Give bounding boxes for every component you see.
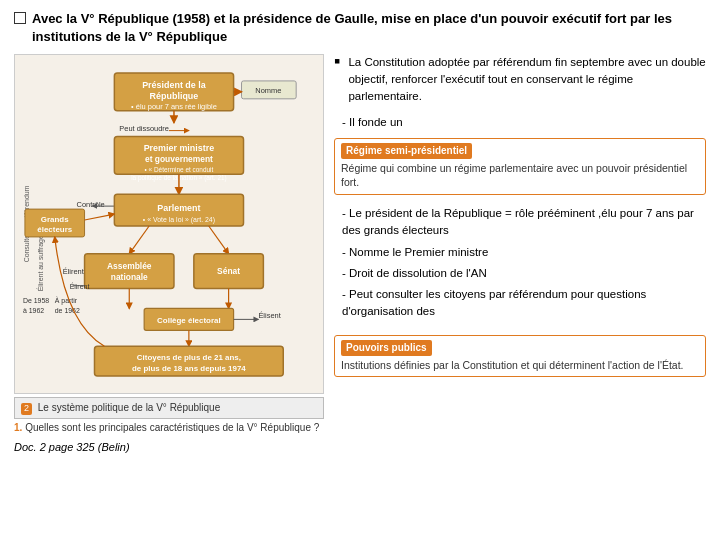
doc-label: Doc. 2 page 325 (Belin) <box>14 441 324 453</box>
regime-label: Régime semi-présidentiel <box>341 143 472 159</box>
bullet-4: - Droit de dissolution de l'AN <box>342 265 706 282</box>
diagram-container: Consulte par référendum Élirent au suffr… <box>14 54 324 394</box>
question-number: 1. <box>14 422 22 433</box>
svg-text:• élu pour 7 ans rée ligible: • élu pour 7 ans rée ligible <box>131 102 217 111</box>
regime-box: Régime semi-présidentiel Régime qui comb… <box>334 138 706 195</box>
svg-text:Collège électoral: Collège électoral <box>157 317 221 326</box>
svg-text:de plus de 18 ans depuis 1974: de plus de 18 ans depuis 1974 <box>132 364 246 373</box>
regime-desc: Régime qui combine un régime parlementai… <box>341 162 687 189</box>
svg-text:électeurs: électeurs <box>37 225 72 234</box>
regime-title: Régime semi-présidentiel <box>341 143 699 159</box>
svg-text:Parlement: Parlement <box>157 203 200 213</box>
question-box: 1. Quelles sont les principales caractér… <box>14 422 324 433</box>
svg-text:Élirent: Élirent <box>63 267 85 276</box>
svg-text:nationale: nationale <box>111 272 148 282</box>
svg-text:À partir: À partir <box>55 297 78 306</box>
svg-text:Assemblée: Assemblée <box>107 261 152 271</box>
pouvoirs-desc: Institutions définies par la Constitutio… <box>341 359 684 371</box>
svg-text:Sénat: Sénat <box>217 266 240 276</box>
svg-text:de 1962: de 1962 <box>55 308 80 315</box>
svg-text:Élisent: Élisent <box>258 312 281 321</box>
svg-text:Nomme: Nomme <box>255 86 281 95</box>
right-panel: ▪ La Constitution adoptée par référendum… <box>334 54 706 530</box>
bullets-group: - Le président de la République = rôle p… <box>334 205 706 325</box>
question-text: Quelles sont les principales caractérist… <box>25 422 319 433</box>
checkbox-icon <box>14 12 26 24</box>
pouvoirs-title: Pouvoirs publics <box>341 340 699 356</box>
bullet-3: - Nomme le Premier ministre <box>342 244 706 261</box>
main-bullet-container: ▪ La Constitution adoptée par référendum… <box>334 54 706 104</box>
svg-text:Premier ministre: Premier ministre <box>144 144 215 154</box>
svg-text:• « Détermine et conduit: • « Détermine et conduit <box>145 167 214 174</box>
left-panel: Consulte par référendum Élirent au suffr… <box>14 54 324 530</box>
page-title: Avec la V° République (1958) et la prési… <box>32 10 706 46</box>
svg-text:Président de la: Président de la <box>142 80 207 90</box>
svg-text:• « Vote la loi » (art. 24): • « Vote la loi » (art. 24) <box>143 216 215 224</box>
svg-text:Contrôle: Contrôle <box>77 200 105 209</box>
bullet-symbol: ▪ <box>334 52 340 70</box>
pouvoirs-label: Pouvoirs publics <box>341 340 432 356</box>
svg-text:Citoyens de plus de 21 ans,: Citoyens de plus de 21 ans, <box>137 353 241 362</box>
sub-bullets: - Il fonde un <box>334 114 706 131</box>
svg-text:à 1962: à 1962 <box>23 308 44 315</box>
caption-text: Le système politique de la V° République <box>38 402 220 413</box>
svg-text:De 1958: De 1958 <box>23 298 49 305</box>
svg-text:République: République <box>150 91 199 101</box>
bullet-2: - Le président de la République = rôle p… <box>342 205 706 240</box>
content-row: Consulte par référendum Élirent au suffr… <box>14 54 706 530</box>
sub-bullet-1: - Il fonde un <box>342 114 706 131</box>
page-container: Avec la V° République (1958) et la prési… <box>0 0 720 540</box>
title-row: Avec la V° République (1958) et la prési… <box>14 10 706 46</box>
svg-text:et gouvernement: et gouvernement <box>145 155 213 165</box>
main-bullet-text: La Constitution adoptée par référendum f… <box>344 54 706 104</box>
svg-text:Grands: Grands <box>41 215 69 224</box>
caption-number: 2 <box>21 403 32 415</box>
pouvoirs-box: Pouvoirs publics Institutions définies p… <box>334 335 706 378</box>
bullet-5: - Peut consulter les citoyens par référe… <box>342 286 706 321</box>
diagram-svg: Consulte par référendum Élirent au suffr… <box>15 55 323 393</box>
diagram-caption: 2 Le système politique de la V° Républiq… <box>14 397 324 419</box>
svg-text:Peut dissoudre: Peut dissoudre <box>119 124 169 133</box>
